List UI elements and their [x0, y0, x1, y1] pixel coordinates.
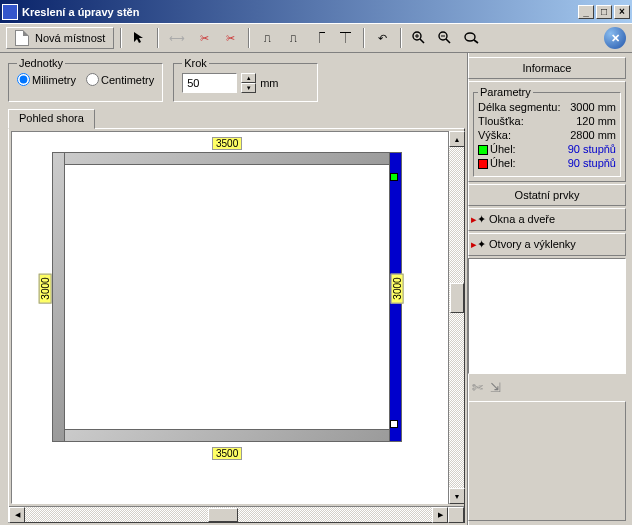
parameters-legend: Parametry	[478, 86, 533, 98]
angle1-value[interactable]: 90 stupňů	[568, 143, 616, 155]
other-elements-header: Ostatní prvky	[468, 184, 626, 206]
parameters-panel: Parametry Délka segmentu:3000 mm Tloušťk…	[468, 81, 626, 182]
units-cm-option[interactable]: Centimetry	[86, 73, 154, 86]
segment-length-value: 3000 mm	[570, 101, 616, 113]
horizontal-scrollbar[interactable]: ◀ ▶	[9, 506, 464, 522]
angle1-color-icon	[478, 145, 488, 155]
arrow-icon: ▸	[471, 238, 477, 250]
info-header: Informace	[468, 57, 626, 79]
app-icon	[2, 4, 18, 20]
window-title: Kreslení a úpravy stěn	[22, 6, 578, 18]
step-fieldset: Krok ▲ ▼ mm	[173, 57, 318, 102]
new-room-label: Nová místnost	[35, 32, 105, 44]
bottom-panel	[468, 401, 626, 521]
dimension-bottom: 3500	[212, 447, 242, 460]
detail-panel	[468, 258, 626, 374]
scroll-up-button[interactable]: ▲	[449, 131, 465, 147]
scroll-right-button[interactable]: ▶	[432, 507, 448, 523]
split-icon[interactable]: ⇲	[490, 380, 501, 395]
thickness-value: 120 mm	[576, 115, 616, 127]
action-icons-row: ✄ ⇲	[468, 376, 626, 399]
canvas-viewport: 3500 3500 3000 3000 ▲ ▼ ◀ ▶	[8, 128, 465, 523]
document-icon	[15, 30, 29, 46]
wall-left[interactable]	[52, 152, 65, 442]
step-legend: Krok	[182, 57, 209, 69]
zoom-in-button[interactable]	[407, 27, 431, 49]
line-tool-3-button[interactable]: ✂	[218, 27, 242, 49]
svg-line-8	[474, 40, 478, 43]
toolbar-close-button[interactable]: ✕	[604, 27, 626, 49]
new-room-button[interactable]: Nová místnost	[6, 27, 114, 49]
scroll-down-button[interactable]: ▼	[449, 488, 465, 504]
thickness-label: Tloušťka:	[478, 115, 524, 127]
titlebar: Kreslení a úpravy stěn _ □ ×	[0, 0, 632, 23]
maximize-button[interactable]: □	[596, 5, 612, 19]
windows-doors-link[interactable]: ▸✦ Okna a dveře	[468, 208, 626, 231]
wall-tool-3-button[interactable]: ⎾	[307, 27, 331, 49]
scroll-left-button[interactable]: ◀	[9, 507, 25, 523]
drawing-canvas[interactable]: 3500 3500 3000 3000	[11, 131, 462, 504]
wall-tool-4-button[interactable]: ⏉	[333, 27, 357, 49]
h-scroll-thumb[interactable]	[208, 508, 238, 522]
svg-point-7	[465, 33, 475, 41]
dimension-left: 3000	[39, 273, 52, 303]
zoom-out-button[interactable]	[433, 27, 457, 49]
openings-link[interactable]: ▸✦ Otvory a výklenky	[468, 233, 626, 256]
cut-icon[interactable]: ✄	[472, 380, 483, 395]
scroll-corner	[448, 507, 464, 523]
units-mm-option[interactable]: Milimetry	[17, 73, 76, 86]
v-scroll-thumb[interactable]	[450, 283, 464, 313]
arrow-icon: ▸	[471, 213, 477, 225]
wall-tool-1-button[interactable]: ⎍	[255, 27, 279, 49]
main-toolbar: Nová místnost ⟷ ✂ ✂ ⎍ ⎍ ⎾ ⏉ ↶ ✕	[0, 23, 632, 53]
line-tool-2-button[interactable]: ✂	[192, 27, 216, 49]
wall-tool-2-button[interactable]: ⎍	[281, 27, 305, 49]
dimension-top: 3500	[212, 137, 242, 150]
tab-top-view[interactable]: Pohled shora	[8, 109, 95, 129]
segment-length-label: Délka segmentu:	[478, 101, 561, 113]
step-down-button[interactable]: ▼	[241, 83, 256, 93]
pointer-tool-button[interactable]	[127, 27, 151, 49]
close-button[interactable]: ×	[614, 5, 630, 19]
line-tool-1-button[interactable]: ⟷	[164, 27, 190, 49]
height-label: Výška:	[478, 129, 511, 141]
undo-button[interactable]: ↶	[370, 27, 394, 49]
room-outline	[52, 152, 402, 442]
svg-line-1	[420, 39, 424, 43]
handle-bottom[interactable]	[390, 420, 398, 428]
dimension-right: 3000	[391, 273, 404, 303]
vertical-scrollbar[interactable]: ▲ ▼	[448, 131, 464, 504]
wall-top[interactable]	[52, 152, 402, 165]
units-mm-radio[interactable]	[17, 73, 30, 86]
units-cm-radio[interactable]	[86, 73, 99, 86]
step-up-button[interactable]: ▲	[241, 73, 256, 83]
wall-bottom[interactable]	[52, 429, 402, 442]
minimize-button[interactable]: _	[578, 5, 594, 19]
angle2-label: Úhel:	[490, 157, 516, 169]
zoom-fit-button[interactable]	[459, 27, 485, 49]
angle2-value[interactable]: 90 stupňů	[568, 157, 616, 169]
units-fieldset: Jednotky Milimetry Centimetry	[8, 57, 163, 102]
units-legend: Jednotky	[17, 57, 65, 69]
angle1-label: Úhel:	[490, 143, 516, 155]
angle2-color-icon	[478, 159, 488, 169]
handle-top[interactable]	[390, 173, 398, 181]
svg-line-5	[446, 39, 450, 43]
step-unit: mm	[260, 77, 278, 89]
height-value: 2800 mm	[570, 129, 616, 141]
step-input[interactable]	[182, 73, 237, 93]
